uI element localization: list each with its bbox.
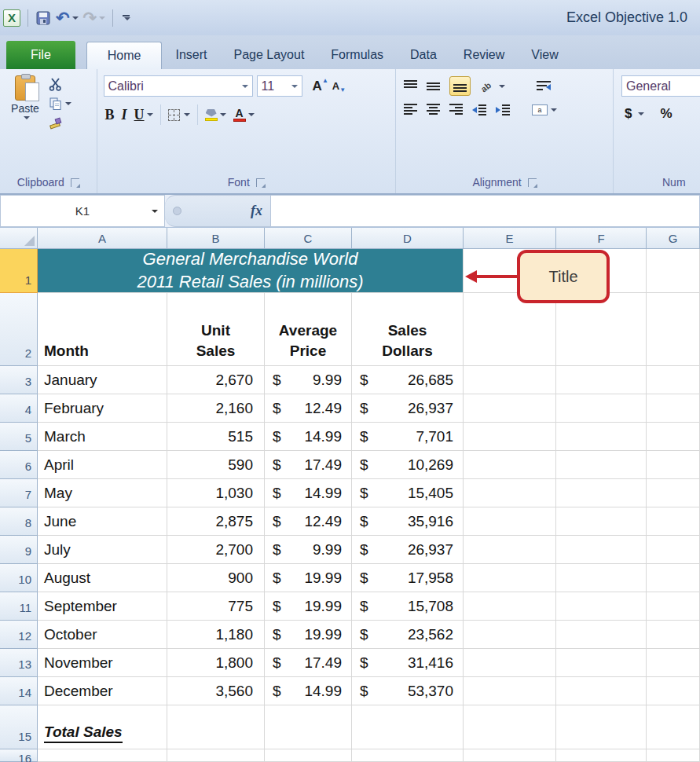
cell[interactable] — [464, 293, 556, 366]
cell-month[interactable]: June — [38, 507, 167, 536]
redo-button[interactable]: ↷ — [83, 11, 106, 25]
cell-unit-sales[interactable]: 775 — [167, 592, 265, 621]
tab-view[interactable]: View — [518, 41, 571, 69]
cell-sales-dollars[interactable]: $26,937 — [352, 536, 464, 564]
cell-unit-sales[interactable]: 3,560 — [167, 677, 265, 705]
cell[interactable] — [556, 479, 647, 507]
cut-button[interactable] — [49, 77, 71, 91]
orientation-dropdown-icon[interactable] — [499, 85, 505, 88]
cell[interactable] — [38, 749, 167, 762]
italic-button[interactable]: I — [122, 107, 127, 123]
cell[interactable] — [464, 677, 556, 705]
cell[interactable] — [556, 749, 647, 762]
cell-average-price[interactable]: $19.99 — [265, 621, 352, 649]
cell-sales-dollars[interactable]: $15,405 — [352, 479, 464, 507]
copy-button[interactable] — [49, 97, 71, 111]
tab-insert[interactable]: Insert — [162, 41, 220, 69]
bold-button[interactable]: B — [105, 107, 115, 123]
cell[interactable] — [647, 621, 700, 649]
cell[interactable] — [647, 293, 700, 366]
column-header-g[interactable]: G — [647, 228, 700, 249]
undo-button[interactable]: ↶ — [56, 11, 79, 25]
row-header-2[interactable]: 2 — [0, 293, 38, 366]
row-header-4[interactable]: 4 — [0, 394, 38, 423]
cell[interactable] — [647, 451, 700, 479]
cell[interactable] — [167, 749, 265, 762]
row-header-8[interactable]: 8 — [0, 507, 38, 536]
cell[interactable] — [464, 564, 556, 592]
cell[interactable] — [556, 423, 647, 451]
cell-unit-sales[interactable]: 900 — [167, 564, 265, 592]
row-header-12[interactable]: 12 — [0, 621, 38, 649]
cell-sales-dollars[interactable]: $10,269 — [352, 451, 464, 479]
cell[interactable] — [556, 564, 647, 592]
cell-average-price[interactable]: $12.49 — [265, 507, 352, 536]
cell[interactable] — [647, 649, 700, 677]
cell[interactable] — [464, 649, 556, 677]
column-header-e[interactable]: E — [464, 228, 556, 249]
cell-sales-dollars[interactable]: $35,916 — [352, 507, 464, 536]
column-header-d[interactable]: D — [352, 228, 464, 249]
tab-review[interactable]: Review — [450, 41, 518, 69]
top-align-button[interactable] — [404, 80, 417, 92]
cell-title-merged[interactable]: General Merchandise World 2011 Retail Sa… — [38, 249, 464, 293]
cell[interactable] — [556, 293, 647, 366]
cell-average-price-header[interactable]: AveragePrice — [265, 293, 352, 366]
cell-unit-sales[interactable]: 2,160 — [167, 394, 265, 423]
cell[interactable] — [464, 507, 556, 536]
row-header-13[interactable]: 13 — [0, 649, 38, 677]
cell[interactable] — [167, 705, 265, 749]
paste-button[interactable]: Paste — [5, 74, 46, 174]
cell-total-sales[interactable]: Total Sales — [38, 705, 167, 749]
tab-formulas[interactable]: Formulas — [317, 41, 397, 69]
cell[interactable] — [265, 749, 352, 762]
cell-month[interactable]: December — [38, 677, 167, 705]
cell[interactable] — [647, 366, 700, 394]
row-header-1[interactable]: 1 — [0, 249, 38, 293]
row-header-10[interactable]: 10 — [0, 564, 38, 592]
font-name-combobox[interactable]: Calibri — [104, 75, 253, 97]
shrink-font-button[interactable]: A▼ — [332, 80, 346, 92]
cell[interactable] — [647, 394, 700, 423]
cell-month[interactable]: May — [38, 479, 167, 507]
cell[interactable] — [556, 592, 647, 621]
cell-sales-dollars[interactable]: $26,685 — [352, 366, 464, 394]
font-color-button[interactable]: A — [233, 108, 246, 122]
align-right-button[interactable] — [449, 104, 463, 115]
merge-center-dropdown-icon[interactable] — [551, 108, 557, 112]
formula-input[interactable] — [271, 195, 700, 227]
cell-sales-dollars[interactable]: $53,370 — [352, 677, 464, 705]
cell[interactable] — [556, 621, 647, 649]
accounting-format-button[interactable]: $ — [625, 106, 632, 122]
decrease-indent-button[interactable] — [472, 104, 486, 115]
cell[interactable] — [556, 705, 647, 749]
font-size-combobox[interactable]: 11 — [257, 75, 302, 97]
cell-month[interactable]: August — [38, 564, 167, 592]
cell[interactable] — [556, 536, 647, 564]
cell-sales-dollars[interactable]: $15,708 — [352, 592, 464, 621]
cell-month[interactable]: September — [38, 592, 167, 621]
cell-month[interactable]: February — [38, 394, 167, 423]
tab-home[interactable]: Home — [86, 42, 163, 69]
bottom-align-button-active[interactable] — [449, 76, 471, 96]
cell-average-price[interactable]: $9.99 — [265, 366, 352, 394]
borders-dropdown-icon[interactable] — [184, 113, 190, 116]
cell-unit-sales[interactable]: 590 — [167, 451, 265, 479]
cell[interactable] — [647, 249, 700, 293]
cell[interactable] — [647, 479, 700, 507]
cell-average-price[interactable]: $19.99 — [265, 592, 352, 621]
cell-unit-sales[interactable]: 1,180 — [167, 621, 265, 649]
middle-align-button[interactable] — [427, 80, 440, 92]
cell[interactable] — [647, 423, 700, 451]
cell-average-price[interactable]: $17.49 — [265, 451, 352, 479]
borders-button[interactable] — [168, 109, 180, 121]
cell[interactable] — [647, 564, 700, 592]
cell-unit-sales-header[interactable]: UnitSales — [167, 293, 265, 366]
cell-month[interactable]: July — [38, 536, 167, 564]
cell[interactable] — [556, 366, 647, 394]
row-header-16[interactable]: 16 — [0, 749, 38, 762]
cell-average-price[interactable]: $12.49 — [265, 394, 352, 423]
format-painter-button[interactable] — [49, 116, 71, 130]
fill-color-dropdown-icon[interactable] — [220, 113, 226, 116]
align-left-button[interactable] — [404, 104, 417, 115]
